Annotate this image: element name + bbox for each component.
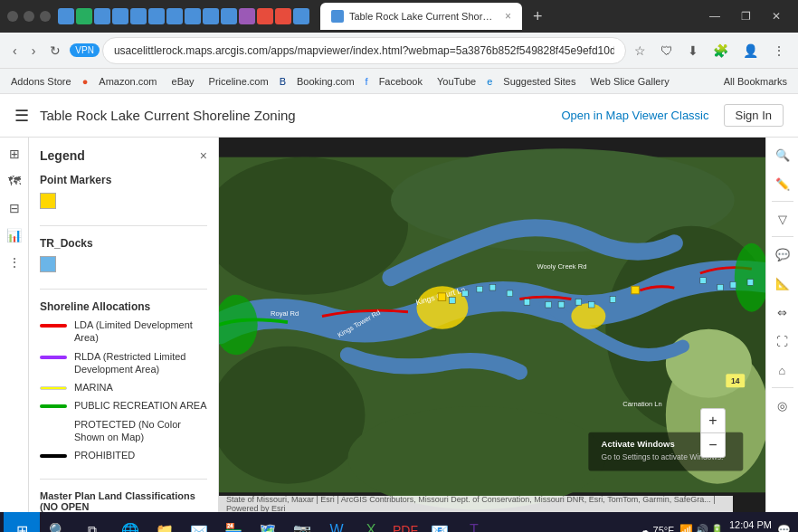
taskbar-mail-icon[interactable]: ✉️ xyxy=(183,514,215,532)
protected-label: PROTECTED (No Color Shown on Map) xyxy=(74,418,207,444)
map-area[interactable]: Kings Court Ln Kings Tower Rd Royal Rd W… xyxy=(219,138,765,512)
shield-icon[interactable]: 🛡 xyxy=(655,40,679,62)
tab-favicon-1 xyxy=(58,8,74,24)
close-icon[interactable]: × xyxy=(200,148,207,163)
clock-time: 12:04 PM xyxy=(729,519,772,530)
browser-menu-icon[interactable]: ⋮ xyxy=(767,40,791,62)
tab-favicon-13 xyxy=(275,8,291,24)
browser-minimize-btn[interactable]: — xyxy=(700,2,729,31)
taskbar-task-view-icon[interactable]: ⧉ xyxy=(76,514,109,532)
clock-area[interactable]: 12:04 PM 4/1/2024 xyxy=(729,519,772,532)
locate-icon[interactable]: ◎ xyxy=(769,392,796,419)
zoom-out-button[interactable]: − xyxy=(701,433,725,457)
taskbar-acrobat-icon[interactable]: PDF xyxy=(389,514,422,532)
taskbar-search-icon[interactable]: 🔍 xyxy=(42,514,74,532)
tr-docks-section: TR_Docks xyxy=(29,233,218,281)
temp-label: 75°F xyxy=(653,525,674,533)
bookmark-all[interactable]: All Bookmarks xyxy=(720,74,791,89)
taskbar-photos-icon[interactable]: 📷 xyxy=(286,514,318,532)
browser-restore-btn[interactable]: ❐ xyxy=(731,2,760,31)
bookmark-suggested-sites[interactable]: Suggested Sites xyxy=(499,74,579,89)
browser-close-btn[interactable]: ✕ xyxy=(762,2,791,31)
refresh-button[interactable]: ↻ xyxy=(44,40,66,62)
bookmark-ebay[interactable]: eBay xyxy=(168,74,198,89)
svg-rect-24 xyxy=(489,284,496,290)
zoom-in-button[interactable]: + xyxy=(701,409,725,432)
window-minimize[interactable] xyxy=(7,11,18,22)
open-classic-button[interactable]: Open in Map Viewer Classic xyxy=(561,104,708,127)
point-markers-label: Point Markers xyxy=(40,174,207,186)
tab-favicon-14 xyxy=(293,8,309,24)
bookmark-amazon[interactable]: Amazon.com xyxy=(95,74,160,89)
popup-icon[interactable]: 💬 xyxy=(769,241,796,268)
vpn-badge[interactable]: VPN xyxy=(70,43,100,57)
toolbar-divider-3 xyxy=(772,387,793,388)
forward-button[interactable]: › xyxy=(26,40,42,62)
chart-icon[interactable]: 📊 xyxy=(2,223,27,248)
sys-tray-icons: 📶 🔊 🔋 xyxy=(679,524,724,532)
bookmark-star-icon[interactable]: ☆ xyxy=(629,40,651,62)
sketch-icon[interactable]: ✏️ xyxy=(769,170,796,197)
taskbar-word-icon[interactable]: W xyxy=(320,514,353,532)
taskbar-teams-icon[interactable]: T xyxy=(458,514,490,532)
battery-icon[interactable]: 🔋 xyxy=(710,524,724,532)
bookmark-facebook[interactable]: Facebook xyxy=(375,74,426,89)
svg-text:Wooly Creek Rd: Wooly Creek Rd xyxy=(537,262,586,271)
amazon-icon: ● xyxy=(82,76,89,87)
new-tab-button[interactable]: + xyxy=(526,7,550,26)
table-icon[interactable]: ⊟ xyxy=(2,195,27,221)
taskbar-outlook-icon[interactable]: 📧 xyxy=(423,514,456,532)
active-tab[interactable]: Table Rock Lake Current Shoreline Zoning… xyxy=(320,3,522,30)
bookmark-youtube[interactable]: YouTube xyxy=(433,74,480,89)
basemap-icon[interactable]: 🗺 xyxy=(2,168,27,194)
extensions-icon[interactable]: 🧩 xyxy=(708,40,734,62)
tab-bar: Table Rock Lake Current Shoreline Zoning… xyxy=(0,0,798,33)
fullscreen-icon[interactable]: ⛶ xyxy=(769,328,796,355)
filter-icon[interactable]: ▽ xyxy=(769,205,796,233)
lda-label: LDA (Limited Development Area) xyxy=(74,318,207,345)
divider-2 xyxy=(40,289,207,290)
taskbar-maps-icon[interactable]: 🗺️ xyxy=(252,514,284,532)
address-bar[interactable] xyxy=(103,38,625,63)
taskbar-explorer-icon[interactable]: 📁 xyxy=(148,514,181,532)
prohibited-label: PROHIBITED xyxy=(74,449,135,461)
window-close[interactable] xyxy=(40,11,51,22)
notification-icon[interactable]: 💬 xyxy=(777,524,791,532)
tab-favicon-10 xyxy=(221,8,237,24)
window-maximize[interactable] xyxy=(24,11,34,22)
wifi-icon[interactable]: 📶 xyxy=(679,524,693,532)
taskbar-excel-icon[interactable]: X xyxy=(355,514,387,532)
user-profile-icon[interactable]: 👤 xyxy=(737,40,764,62)
taskbar: ⊞ 🔍 ⧉ 🌐 📁 ✉️ 🏪 🗺️ 📷 W X PDF 📧 T ☁ 75°F 📶… xyxy=(0,512,798,532)
lda-color xyxy=(40,324,67,328)
legend-item-marina: MARINA xyxy=(40,381,207,394)
bookmark-priceline[interactable]: Priceline.com xyxy=(205,74,272,89)
hamburger-menu-icon[interactable]: ☰ xyxy=(14,106,29,126)
download-icon[interactable]: ⬇ xyxy=(682,40,704,62)
search-map-icon[interactable]: 🔍 xyxy=(769,141,796,168)
bookmark-booking[interactable]: Booking.com xyxy=(293,74,358,89)
page-title: Table Rock Lake Current Shoreline Zoning xyxy=(40,108,561,123)
point-markers-section: Point Markers xyxy=(29,170,218,218)
taskbar-store-icon[interactable]: 🏪 xyxy=(217,514,250,532)
home-icon[interactable]: ⌂ xyxy=(769,356,796,384)
svg-rect-35 xyxy=(747,280,754,286)
taskbar-edge-icon[interactable]: 🌐 xyxy=(114,514,147,532)
svg-rect-32 xyxy=(700,278,707,284)
swipe-icon[interactable]: ⇔ xyxy=(769,299,796,326)
measure-icon[interactable]: 📐 xyxy=(769,270,796,297)
layers-icon[interactable]: ⊞ xyxy=(2,141,27,166)
legend-title: Legend xyxy=(40,148,85,163)
start-button[interactable]: ⊞ xyxy=(4,512,40,532)
sign-in-button[interactable]: Sign In xyxy=(724,104,784,127)
master-plan-label: Master Plan Land Classifications (NO OPE… xyxy=(40,490,207,512)
dots-icon[interactable]: ⋮ xyxy=(2,250,27,275)
bookmark-web-slice[interactable]: Web Slice Gallery xyxy=(586,74,672,89)
svg-text:14: 14 xyxy=(731,376,740,385)
bookmark-addons[interactable]: Addons Store xyxy=(7,74,75,89)
back-button[interactable]: ‹ xyxy=(7,40,23,62)
tab-close-icon[interactable]: × xyxy=(505,10,511,23)
volume-icon[interactable]: 🔊 xyxy=(695,524,708,532)
facebook-icon: f xyxy=(366,76,368,87)
point-marker-item xyxy=(40,192,207,209)
